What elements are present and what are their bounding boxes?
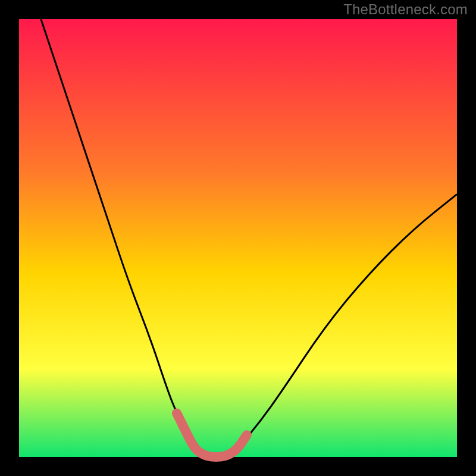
bottleneck-chart (0, 0, 476, 476)
watermark-text: TheBottleneck.com (343, 1, 468, 18)
plot-background (19, 19, 457, 457)
chart-frame: TheBottleneck.com (0, 0, 476, 476)
